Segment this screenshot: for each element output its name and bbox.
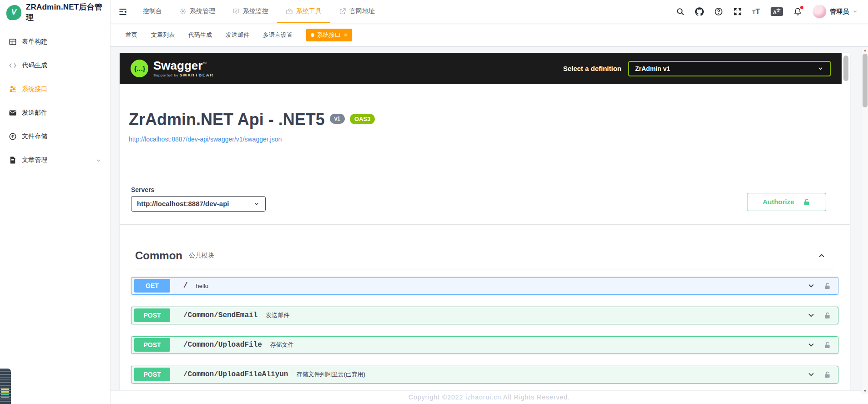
- scroll-down-arrow[interactable]: ▼: [862, 388, 868, 394]
- page-footer: Copyright ©2022 izhaorui.cn All Rights R…: [111, 390, 868, 404]
- chevron-down-icon: [96, 157, 101, 163]
- sidebar-item-file-storage[interactable]: 文件存储: [0, 125, 110, 148]
- swagger-logo: {…} Swagger™ Supported by SMARTBEAR: [131, 60, 214, 77]
- chevron-down-icon[interactable]: [807, 370, 816, 379]
- toolbox-icon: [286, 8, 293, 15]
- unlock-icon[interactable]: [823, 312, 831, 319]
- tab-label: 系统接口: [317, 31, 341, 39]
- servers-label: Servers: [131, 186, 838, 193]
- upload-icon: [9, 132, 17, 141]
- tab-label: 多语言设置: [263, 31, 293, 39]
- definition-value: ZrAdmin v1: [635, 65, 670, 72]
- sidebar-item-label: 发送邮件: [22, 109, 47, 117]
- app-logo: V ZRAdmin.NET后台管理: [0, 0, 110, 25]
- language-icon[interactable]: A文: [771, 7, 783, 16]
- notifications-bell-icon[interactable]: [793, 7, 802, 16]
- operation-row[interactable]: GET / hello: [131, 277, 838, 295]
- chevron-down-icon[interactable]: [807, 340, 816, 349]
- sidebar-item-send-email[interactable]: 发送邮件: [0, 101, 110, 125]
- tab-article-list[interactable]: 文章列表: [151, 31, 175, 39]
- sidebar-item-label: 表单构建: [22, 38, 47, 46]
- scroll-up-arrow[interactable]: ▲: [862, 47, 868, 53]
- tab-send-email[interactable]: 发送邮件: [226, 31, 249, 39]
- nav-item-console[interactable]: 控制台: [134, 0, 171, 23]
- user-menu[interactable]: 管理员: [812, 5, 858, 19]
- sidebar-collapse-icon[interactable]: [111, 7, 134, 16]
- tag-section-header[interactable]: Common 公共模块: [135, 246, 834, 269]
- code-icon: [9, 61, 17, 70]
- nav-item-system-tools[interactable]: 系统工具: [277, 0, 330, 23]
- main-content: {…} Swagger™ Supported by SMARTBEAR Sele…: [111, 47, 868, 390]
- tab-system-api[interactable]: 系统接口 ×: [306, 29, 352, 41]
- method-badge: POST: [134, 308, 170, 322]
- avatar[interactable]: [812, 5, 827, 19]
- sidebar-item-label: 文章管理: [22, 156, 47, 164]
- sliders-icon: [9, 85, 17, 93]
- scrollbar-thumb[interactable]: [843, 56, 848, 81]
- scrollbar-thumb[interactable]: [863, 54, 868, 107]
- unlock-icon[interactable]: [823, 282, 831, 290]
- tab-home[interactable]: 首页: [126, 31, 137, 39]
- chevron-down-icon[interactable]: [807, 281, 816, 290]
- top-menu: 控制台 系统管理 系统监控 系统工具 官网地址: [134, 0, 384, 23]
- sidebar-item-label: 文件存储: [22, 132, 47, 141]
- app-logo-icon: V: [6, 5, 21, 20]
- sidebar-item-article-mgmt[interactable]: 文章管理: [0, 148, 110, 172]
- server-value: http://localhost:8887/dev-api: [137, 200, 229, 207]
- chevron-down-icon[interactable]: [807, 311, 816, 320]
- page-scrollbar[interactable]: ▲ ▼: [862, 47, 868, 394]
- definition-label: Select a definition: [563, 65, 621, 72]
- form-grid-icon: [9, 38, 17, 46]
- chevron-down-icon: [253, 201, 260, 207]
- github-icon[interactable]: [695, 7, 704, 16]
- spec-url-link[interactable]: http://localhost:8887/dev-api/swagger/v1…: [129, 136, 282, 143]
- sidebar-item-system-api[interactable]: 系统接口: [0, 77, 110, 101]
- method-badge: GET: [134, 279, 170, 293]
- tab-multilang[interactable]: 多语言设置: [263, 31, 293, 39]
- nav-item-official-site[interactable]: 官网地址: [330, 0, 384, 23]
- devtools-toggle[interactable]: [0, 369, 11, 404]
- app-logo-letter: V: [11, 8, 16, 17]
- tags-view-bar: 首页 文章列表 代码生成 发送邮件 多语言设置 系统接口 ×: [111, 23, 868, 47]
- sidebar-item-form-builder[interactable]: 表单构建: [0, 30, 110, 54]
- fullscreen-icon[interactable]: [733, 7, 742, 16]
- sidebar-menu: 表单构建 代码生成 系统接口 发送邮件 文件存储: [0, 25, 110, 172]
- oas3-badge: OAS3: [350, 114, 375, 124]
- chevron-up-icon[interactable]: [817, 251, 826, 260]
- unlock-icon[interactable]: [823, 371, 831, 379]
- swagger-logo-subtext: Supported by SMARTBEAR: [153, 73, 214, 77]
- tab-code-gen[interactable]: 代码生成: [188, 31, 212, 39]
- tab-label: 首页: [126, 31, 137, 39]
- search-icon[interactable]: [676, 7, 685, 16]
- user-name: 管理员: [830, 8, 849, 16]
- nav-item-system-monitor[interactable]: 系统监控: [224, 0, 277, 23]
- document-icon: [9, 156, 17, 164]
- authorize-button[interactable]: Authorize: [747, 193, 826, 211]
- api-info: ZrAdmin.NET Api - .NET5 v1 OAS3 http://l…: [120, 84, 850, 143]
- swagger-scrollbar[interactable]: [843, 53, 849, 162]
- tab-label: 发送邮件: [226, 31, 249, 39]
- nav-item-system-mgmt[interactable]: 系统管理: [171, 0, 224, 23]
- help-icon[interactable]: [714, 7, 723, 16]
- font-size-icon[interactable]: TT: [752, 8, 760, 15]
- sidebar-item-code-gen[interactable]: 代码生成: [0, 54, 110, 77]
- operation-summary: 存储文件: [270, 341, 294, 349]
- method-badge: POST: [134, 338, 170, 352]
- operation-row[interactable]: POST /Common/UploadFileAliyun 存储文件到阿里云(已…: [131, 366, 838, 384]
- envelope-icon: [9, 109, 17, 117]
- nav-item-label: 系统管理: [190, 7, 215, 15]
- unlock-icon[interactable]: [823, 341, 831, 349]
- monitor-icon: [232, 8, 240, 15]
- definition-select[interactable]: ZrAdmin v1: [628, 61, 831, 76]
- operation-row[interactable]: POST /Common/SendEmail 发送邮件: [131, 307, 838, 324]
- unlock-icon: [802, 198, 811, 206]
- api-title: ZrAdmin.NET Api - .NET5: [129, 111, 325, 129]
- server-select[interactable]: http://localhost:8887/dev-api: [131, 196, 266, 212]
- copyright-text: Copyright ©2022 izhaorui.cn All Rights R…: [409, 394, 570, 401]
- close-icon[interactable]: ×: [344, 32, 348, 38]
- swagger-topbar: {…} Swagger™ Supported by SMARTBEAR Sele…: [120, 53, 842, 84]
- swagger-logo-text: Swagger™: [153, 60, 214, 71]
- operation-path: /: [183, 282, 188, 290]
- navbar-actions: TT A文 管理员: [676, 5, 868, 19]
- operation-row[interactable]: POST /Common/UploadFile 存储文件: [131, 336, 838, 354]
